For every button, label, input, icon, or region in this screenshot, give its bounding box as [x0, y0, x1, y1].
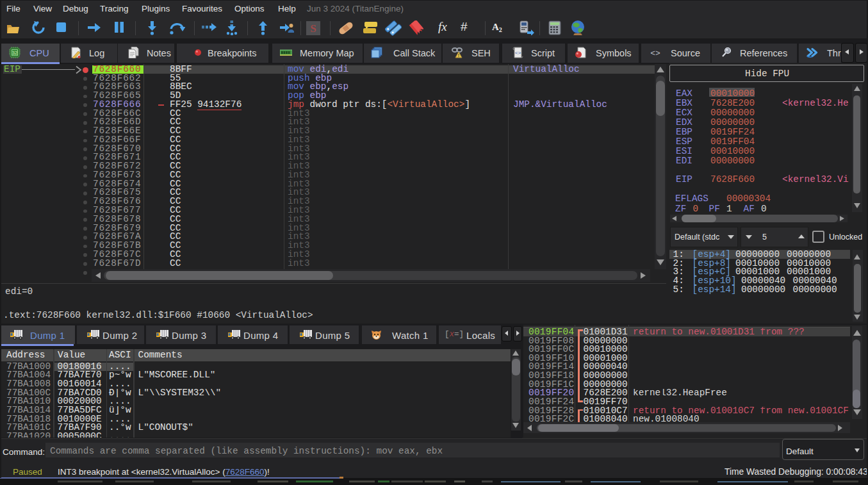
svg-text:!: ! [458, 53, 459, 58]
svg-text:<>: <> [515, 50, 521, 56]
svg-text:<>: <> [650, 49, 660, 58]
svg-text:32: 32 [12, 50, 17, 56]
svg-text:S: S [310, 22, 316, 35]
